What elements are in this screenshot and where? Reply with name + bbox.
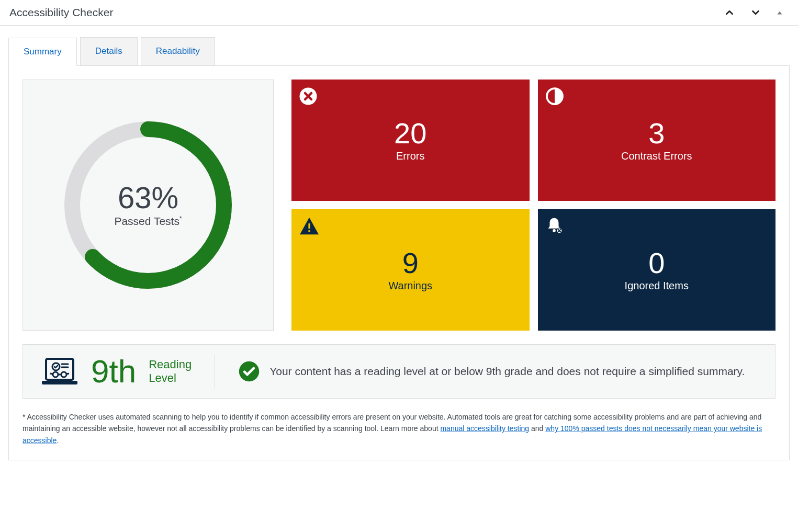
reading-left: 9th Reading Level (41, 355, 192, 388)
card-ignored[interactable]: 0 Ignored Items (538, 209, 776, 331)
header-controls (724, 7, 789, 18)
warnings-value: 9 (402, 248, 419, 278)
stat-cards: 20 Errors 3 Contrast Errors 9 Warnings (291, 80, 775, 331)
x-circle-icon (299, 87, 318, 106)
card-contrast-errors[interactable]: 3 Contrast Errors (538, 80, 776, 201)
reading-right: Your content has a reading level at or b… (238, 360, 757, 382)
footnote-suffix: . (57, 436, 59, 445)
passed-percent: 63% (118, 183, 178, 213)
app-header: Accessibility Checker (0, 0, 798, 26)
metabox-toggle-icon[interactable] (776, 9, 783, 16)
strip-divider (215, 355, 215, 388)
contrast-value: 3 (648, 119, 665, 148)
summary-top: 63% Passed Tests* 20 Errors 3 (23, 80, 775, 331)
svg-point-6 (553, 229, 556, 232)
svg-line-18 (66, 373, 69, 374)
check-circle-icon (238, 360, 260, 382)
ignored-value: 0 (648, 248, 665, 278)
passed-tests-donut: 63% Passed Tests* (59, 116, 237, 294)
reading-label: Reading Level (149, 358, 192, 386)
footnote: * Accessibility Checker uses automated s… (23, 411, 775, 446)
svg-line-17 (50, 373, 53, 374)
warning-triangle-icon (299, 217, 320, 235)
svg-rect-5 (308, 230, 310, 232)
card-errors[interactable]: 20 Errors (291, 80, 530, 201)
passed-asterisk: * (179, 215, 182, 222)
link-manual-testing[interactable]: manual accessibility testing (440, 424, 529, 433)
donut-center: 63% Passed Tests* (59, 116, 237, 294)
errors-value: 20 (394, 119, 426, 148)
warnings-label: Warnings (388, 280, 432, 292)
svg-point-14 (53, 372, 58, 377)
footnote-mid: and (531, 424, 545, 433)
errors-label: Errors (396, 150, 424, 162)
passed-label-text: Passed Tests (114, 215, 179, 227)
tab-summary[interactable]: Summary (8, 38, 77, 66)
metabox-up-icon[interactable] (724, 7, 735, 18)
passed-label: Passed Tests* (114, 215, 182, 228)
tabs-bar: Summary Details Readability (0, 37, 798, 65)
ignored-label: Ignored Items (625, 280, 689, 292)
tab-readability[interactable]: Readability (141, 37, 215, 65)
svg-rect-10 (42, 381, 77, 384)
svg-rect-4 (308, 223, 310, 229)
reading-grade: 9th (91, 355, 136, 388)
passed-tests-box: 63% Passed Tests* (23, 80, 274, 331)
svg-rect-9 (46, 359, 73, 380)
app-title: Accessibility Checker (9, 6, 113, 19)
reading-laptop-icon (41, 357, 78, 386)
card-warnings[interactable]: 9 Warnings (291, 209, 530, 331)
bell-muted-icon (545, 217, 563, 234)
summary-panel: 63% Passed Tests* 20 Errors 3 (8, 65, 790, 460)
svg-point-15 (61, 372, 66, 377)
reading-message: Your content has a reading level at or b… (269, 364, 745, 379)
contrast-label: Contrast Errors (621, 150, 692, 162)
contrast-icon (545, 87, 564, 106)
tab-details[interactable]: Details (80, 37, 138, 65)
metabox-down-icon[interactable] (750, 7, 761, 18)
reading-level-strip: 9th Reading Level Your content has a rea… (23, 344, 775, 399)
